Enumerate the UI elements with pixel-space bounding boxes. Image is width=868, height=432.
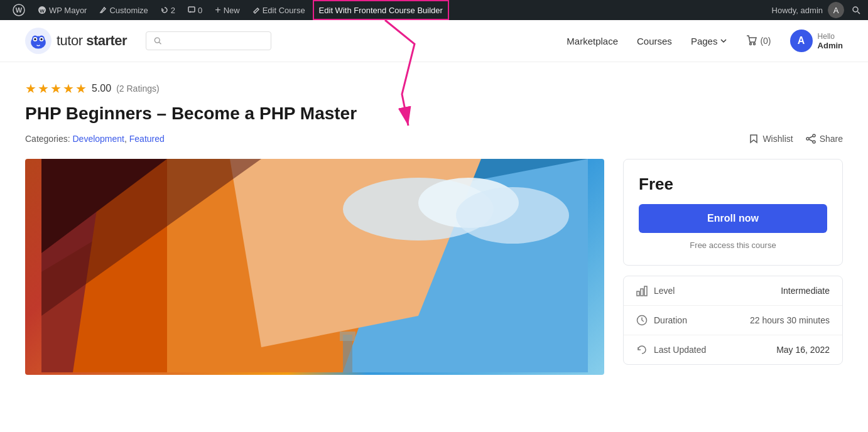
last-updated-value: May 16, 2022 [776, 345, 830, 355]
edit-frontend-item[interactable]: Edit With Frontend Course Builder [313, 0, 449, 20]
search-bar[interactable] [146, 31, 271, 50]
rating-row: ★ ★ ★ ★ ★ 5.00 (2 Ratings) [25, 81, 843, 96]
svg-point-23 [813, 141, 815, 143]
revisions-icon [161, 6, 168, 14]
nav-marketplace[interactable]: Marketplace [567, 36, 618, 46]
share-icon [806, 134, 816, 144]
user-avatar[interactable]: A [790, 30, 813, 52]
refresh-icon [636, 344, 648, 355]
rating-value: 5.00 [92, 83, 111, 94]
categories-row: Categories: Development, Featured Wishli… [25, 134, 843, 144]
admin-bar: W W WP Mayor Customize 2 [0, 0, 868, 20]
user-greeting: Hello Admin [818, 32, 843, 50]
comments-item[interactable]: 0 [183, 0, 207, 20]
star-5: ★ [75, 81, 87, 96]
cart-count: (0) [760, 36, 771, 46]
new-plus-icon: + [215, 5, 220, 15]
svg-line-24 [809, 136, 813, 138]
course-layout: Free Enroll now Free access this course [25, 159, 843, 375]
level-value: Intermediate [781, 286, 830, 296]
nav-pages[interactable]: Pages [691, 36, 728, 46]
svg-line-18 [160, 42, 161, 44]
customize-icon [99, 6, 107, 14]
svg-line-25 [809, 139, 813, 141]
svg-point-17 [155, 38, 160, 43]
svg-rect-43 [641, 289, 643, 296]
wishlist-label: Wishlist [762, 134, 793, 144]
customize-label: Customize [109, 6, 148, 15]
nav-pages-label[interactable]: Pages [691, 36, 718, 46]
course-sidebar: Free Enroll now Free access this course [623, 159, 843, 375]
svg-point-22 [806, 138, 809, 140]
search-icon[interactable] [852, 6, 860, 14]
category-development[interactable]: Development [72, 134, 124, 144]
revisions-item[interactable]: 2 [156, 0, 180, 20]
svg-point-37 [456, 187, 569, 244]
categories-label: Categories: [25, 134, 70, 144]
svg-rect-42 [637, 291, 639, 296]
svg-point-21 [813, 134, 815, 137]
detail-row-last-updated: Last Updated May 16, 2022 [624, 335, 842, 364]
duration-label-group: Duration [636, 315, 687, 326]
price-card: Free Enroll now Free access this course [623, 159, 843, 266]
star-2: ★ [38, 81, 49, 96]
duration-value: 22 hours30 minutes [747, 315, 830, 325]
edit-course-item[interactable]: Edit Course [247, 0, 310, 20]
new-label: New [224, 6, 240, 15]
wp-mayor-item[interactable]: W WP Mayor [33, 0, 92, 20]
rating-count: (2 Ratings) [116, 84, 159, 94]
enroll-button[interactable]: Enroll now [639, 204, 827, 233]
wp-mayor-label: WP Mayor [49, 6, 87, 15]
free-access-label: Free access this course [639, 240, 827, 255]
svg-text:W: W [40, 8, 45, 14]
search-input[interactable] [166, 36, 263, 46]
star-1: ★ [25, 81, 36, 96]
stars: ★ ★ ★ ★ ★ [25, 81, 87, 96]
svg-text:A: A [833, 6, 839, 15]
nav-courses[interactable]: Courses [637, 36, 672, 46]
svg-text:W: W [16, 6, 23, 14]
admin-bar-left: W W WP Mayor Customize 2 [8, 0, 449, 20]
level-label-group: Level [636, 285, 675, 296]
comments-count: 0 [198, 6, 202, 15]
star-3: ★ [50, 81, 62, 96]
course-actions: Wishlist Share [749, 134, 843, 144]
last-updated-label-group: Last Updated [636, 344, 706, 355]
svg-line-8 [858, 12, 860, 14]
course-image-svg [25, 159, 604, 372]
duration-label: Duration [654, 315, 687, 325]
category-featured[interactable]: Featured [129, 134, 165, 144]
detail-row-duration: Duration 22 hours30 minutes [624, 306, 842, 335]
detail-row-level: Level Intermediate [624, 276, 842, 306]
comments-icon [188, 6, 195, 14]
svg-rect-44 [644, 286, 647, 296]
share-label: Share [820, 134, 843, 144]
edit-icon [252, 6, 260, 14]
cart-button[interactable]: (0) [746, 35, 771, 46]
main-nav: Marketplace Courses Pages (0) A Hello Ad… [567, 30, 843, 52]
share-button[interactable]: Share [806, 134, 843, 144]
svg-rect-4 [188, 7, 195, 12]
revisions-count: 2 [171, 6, 175, 15]
hello-label: Hello [818, 32, 843, 41]
user-section: A Hello Admin [790, 30, 843, 52]
price-label: Free [639, 175, 827, 194]
admin-avatar[interactable]: A [828, 2, 844, 18]
wp-logo-item[interactable]: W [8, 0, 30, 20]
wishlist-button[interactable]: Wishlist [749, 134, 793, 144]
svg-point-20 [754, 43, 756, 45]
customize-item[interactable]: Customize [94, 0, 153, 20]
cart-icon [746, 35, 757, 46]
bookmark-icon [749, 134, 759, 144]
admin-bar-right: Howdy, admin A [772, 2, 860, 18]
site-header: tutor starter Marketplace Courses Pages … [0, 20, 868, 62]
course-image [25, 159, 604, 375]
edit-frontend-label: Edit With Frontend Course Builder [319, 6, 443, 15]
level-icon [636, 285, 648, 296]
chevron-down-icon [720, 37, 727, 45]
wp-icon: W [38, 6, 46, 14]
price-section: Free Enroll now Free access this course [624, 159, 842, 265]
admin-name: Admin [818, 41, 843, 50]
new-item[interactable]: + New [210, 0, 244, 20]
logo[interactable]: tutor starter [25, 28, 127, 54]
